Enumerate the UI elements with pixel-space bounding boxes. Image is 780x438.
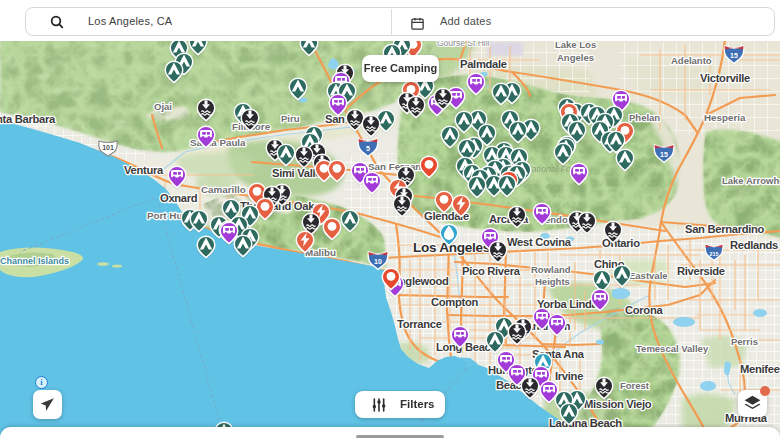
svg-text:Rowland: Rowland [531,264,571,275]
svg-text:Heights: Heights [535,276,570,287]
svg-text:Piru: Piru [281,113,300,124]
svg-text:Corona: Corona [625,304,663,316]
svg-text:215: 215 [710,251,719,257]
svg-text:101: 101 [102,144,114,151]
svg-text:Menifee: Menifee [740,363,780,375]
svg-text:Lake Arrowhea: Lake Arrowhea [722,175,780,186]
svg-text:Yorba Linda: Yorba Linda [537,298,599,310]
svg-text:Irvine: Irvine [555,370,583,382]
svg-text:Forest: Forest [620,380,650,391]
svg-text:Ojai: Ojai [154,101,172,112]
svg-text:Oxnard: Oxnard [160,192,198,204]
svg-text:Redlands: Redlands [730,239,778,251]
svg-text:San: San [325,113,345,125]
svg-text:10: 10 [374,258,382,265]
svg-text:Ontario: Ontario [602,237,640,249]
svg-text:Channel Islands: Channel Islands [0,256,69,266]
svg-text:Compton: Compton [431,296,478,308]
svg-text:West Covina: West Covina [507,236,572,248]
svg-text:Angeles: Angeles [557,52,594,63]
svg-text:Torrance: Torrance [397,318,442,330]
svg-text:San Bernardino: San Bernardino [685,223,765,235]
svg-text:Pico Rivera: Pico Rivera [462,265,521,277]
svg-text:Hesperia: Hesperia [704,112,746,123]
svg-text:Riverside: Riverside [677,265,725,277]
svg-text:Temescal Valley: Temescal Valley [636,343,709,354]
svg-text:Palmdale: Palmdale [460,58,507,70]
svg-text:Mission Viejo: Mission Viejo [584,398,652,410]
svg-text:5: 5 [366,145,370,152]
svg-text:Santa Barbara: Santa Barbara [0,113,56,125]
svg-text:15: 15 [730,52,738,59]
svg-text:Eastvale: Eastvale [629,270,668,281]
svg-text:Phelan: Phelan [629,112,660,123]
svg-text:Victorville: Victorville [700,72,750,84]
svg-text:Perris: Perris [731,336,758,347]
svg-text:Adelanto: Adelanto [671,55,712,66]
svg-text:Camarillo: Camarillo [201,184,246,195]
svg-text:Ventura: Ventura [124,164,164,176]
svg-text:15: 15 [660,151,668,158]
